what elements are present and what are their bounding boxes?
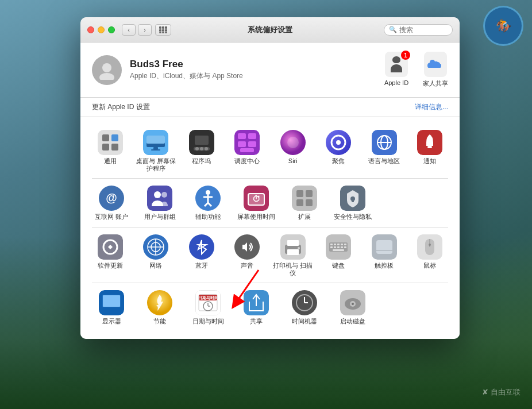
internet-label: 互联网 账户 [95, 213, 128, 221]
traffic-lights [87, 26, 115, 33]
svg-point-26 [200, 147, 203, 151]
icon-item-siri[interactable]: Siri [270, 125, 316, 176]
divider-3 [92, 283, 448, 283]
svg-text:⏱: ⏱ [252, 194, 260, 203]
notify-label: 通知 [423, 157, 436, 165]
timemachine-icon [292, 290, 317, 315]
trackpad-label: 触控板 [375, 262, 394, 269]
svg-rect-34 [240, 148, 254, 152]
energy-icon [147, 290, 172, 315]
icon-item-mouse[interactable]: 鼠标 [407, 230, 453, 280]
svg-rect-89 [330, 246, 333, 248]
mouse-icon [417, 234, 442, 260]
svg-rect-30 [238, 133, 246, 139]
family-sharing-button[interactable]: 家人共享 [423, 52, 448, 88]
icon-item-printer[interactable]: 打印机与 扫描仪 [270, 230, 316, 280]
search-box[interactable]: 🔍 [384, 24, 453, 36]
svg-rect-104 [103, 295, 120, 307]
svg-rect-94 [333, 249, 344, 251]
search-icon: 🔍 [389, 26, 397, 33]
icon-item-extension[interactable]: 扩展 [280, 181, 329, 224]
svg-rect-62 [306, 190, 313, 197]
general-icon [98, 130, 123, 155]
icon-item-security[interactable]: 安全性与隐私 [329, 181, 377, 224]
apple-id-label: Apple ID [384, 79, 408, 86]
screentime-label: 屏幕使用时间 [237, 213, 275, 221]
svg-rect-60 [292, 186, 317, 211]
maximize-button[interactable] [108, 26, 115, 33]
svg-rect-20 [147, 136, 165, 144]
datetime-label: 日期与时间 [192, 318, 224, 325]
icon-item-focus[interactable]: 聚焦 [316, 125, 362, 176]
internet-icon: @ [99, 186, 124, 211]
forward-button[interactable]: › [138, 24, 152, 36]
profile-name: Buds3 Free [130, 59, 384, 70]
timemachine-label: 时间机器 [292, 318, 317, 325]
icon-item-display[interactable]: 显示器 [87, 285, 136, 329]
sound-label: 声音 [241, 262, 253, 269]
desktop-icon [143, 130, 168, 155]
svg-point-81 [298, 247, 300, 249]
svg-point-39 [336, 140, 341, 145]
search-input[interactable] [399, 26, 451, 34]
back-button[interactable]: ‹ [122, 24, 136, 36]
svg-point-49 [154, 191, 161, 198]
titlebar: ‹ › 系统偏好设置 🔍 [80, 17, 460, 43]
icon-item-programs[interactable]: 程序坞 [179, 125, 225, 176]
icon-item-desktop[interactable]: 桌面与 屏幕保护程序 [133, 125, 179, 176]
icon-item-sharing[interactable]: 共享 [232, 285, 280, 329]
icon-item-screentime[interactable]: ⏱屏幕使用时间 [232, 181, 280, 224]
details-link[interactable]: 详细信息... [415, 102, 448, 112]
profile-info: Buds3 Free Apple ID、iCloud、媒体与 App Store [130, 59, 384, 81]
extension-icon [292, 186, 317, 211]
icon-item-sound[interactable]: 声音 [225, 230, 271, 280]
desktop-label: 桌面与 屏幕保护程序 [136, 157, 177, 172]
icon-item-startup[interactable]: 启动磁盘 [329, 285, 377, 329]
minimize-button[interactable] [98, 26, 105, 33]
svg-rect-64 [306, 199, 313, 206]
profile-actions: 1 Apple ID 家人共享 [384, 52, 448, 88]
svg-point-9 [102, 63, 111, 72]
notify-icon [417, 130, 442, 155]
icon-item-language[interactable]: 语言与地区 [361, 125, 407, 176]
icons-row-4: 显示器节能日期与时间日期与时间共享时间机器启动磁盘 [87, 285, 453, 329]
icon-item-datetime[interactable]: 日期与时间日期与时间 [184, 285, 232, 329]
icon-item-users[interactable]: 用户与群组 [136, 181, 184, 224]
grid-view-button[interactable] [155, 24, 171, 36]
icon-item-software[interactable]: 软件更新 [87, 230, 133, 280]
language-icon [372, 130, 397, 155]
svg-point-50 [161, 192, 167, 198]
icon-item-internet[interactable]: @互联网 账户 [87, 181, 136, 224]
icons-row-2: @互联网 账户用户与群组辅助功能⏱屏幕使用时间扩展安全性与隐私 [87, 181, 453, 224]
svg-text:@: @ [106, 191, 117, 204]
startup-label: 启动磁盘 [340, 318, 365, 325]
svg-rect-14 [102, 134, 109, 141]
svg-rect-3 [159, 29, 161, 32]
icon-item-general[interactable]: 通用 [87, 125, 133, 176]
close-button[interactable] [87, 26, 94, 33]
icon-item-trackpad[interactable]: 触控板 [361, 230, 407, 280]
svg-rect-106 [107, 310, 116, 311]
icon-item-network[interactable]: 网络 [133, 230, 179, 280]
trackpad-icon [372, 234, 397, 260]
printer-icon [280, 234, 306, 260]
network-icon [143, 234, 168, 260]
icon-item-access[interactable]: 辅助功能 [184, 181, 232, 224]
svg-rect-28 [195, 136, 209, 145]
siri-icon [280, 130, 306, 155]
icon-item-bluetooth[interactable]: 蓝牙 [179, 230, 225, 280]
apple-id-button[interactable]: 1 Apple ID [384, 52, 409, 86]
svg-point-101 [429, 244, 431, 246]
printer-label: 打印机与 扫描仪 [272, 262, 314, 277]
svg-rect-1 [162, 26, 164, 29]
svg-rect-87 [341, 244, 343, 245]
icon-item-energy[interactable]: 节能 [136, 285, 184, 329]
svg-rect-61 [296, 190, 303, 197]
icon-item-mission[interactable]: 调度中心 [225, 125, 271, 176]
icon-item-timemachine[interactable]: 时间机器 [280, 285, 329, 329]
sharing-label: 共享 [250, 318, 263, 325]
mission-icon [234, 130, 260, 155]
icon-item-notify[interactable]: 通知 [407, 125, 453, 176]
siri-label: Siri [288, 157, 298, 165]
icon-item-keyboard[interactable]: 键盘 [316, 230, 362, 280]
